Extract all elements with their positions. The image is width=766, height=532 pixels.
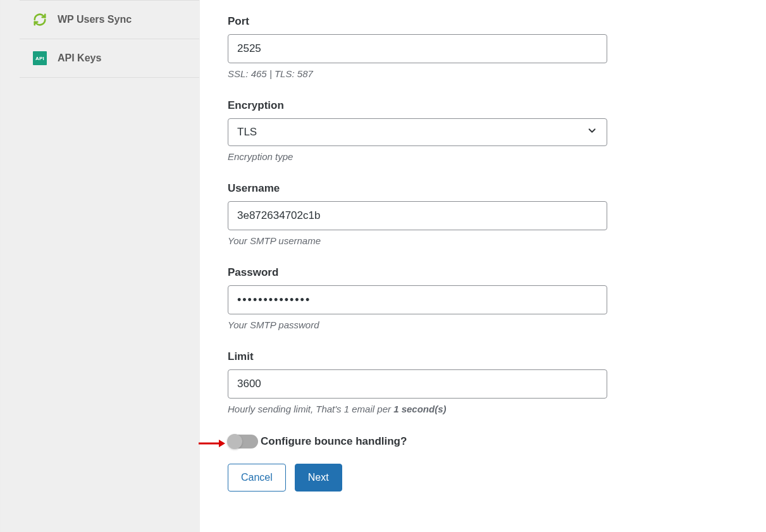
main-content: Port SSL: 465 | TLS: 587 Encryption TLS …: [199, 0, 766, 532]
red-arrow-icon: [197, 437, 225, 452]
form-group-limit: Limit Hourly sending limit, That's 1 ema…: [228, 350, 741, 414]
bounce-toggle[interactable]: [228, 435, 258, 448]
bounce-toggle-label: Configure bounce handling?: [261, 435, 407, 448]
chevron-down-icon: [586, 125, 598, 140]
port-help: SSL: 465 | TLS: 587: [228, 68, 741, 79]
bounce-toggle-row: Configure bounce handling?: [228, 435, 741, 448]
password-input[interactable]: ••••••••••••••: [228, 285, 607, 314]
sidebar-item-api-keys[interactable]: API API Keys: [20, 39, 199, 78]
sidebar-item-label: API Keys: [58, 53, 101, 64]
username-help: Your SMTP username: [228, 235, 741, 246]
form-group-username: Username Your SMTP username: [228, 182, 741, 246]
sidebar-item-label: WP Users Sync: [58, 14, 132, 25]
sidebar-item-wp-users-sync[interactable]: WP Users Sync: [20, 0, 199, 39]
cancel-button[interactable]: Cancel: [228, 464, 286, 492]
refresh-icon: [32, 12, 47, 27]
username-input[interactable]: [228, 201, 607, 230]
form-group-port: Port SSL: 465 | TLS: 587: [228, 15, 741, 79]
next-button[interactable]: Next: [295, 464, 342, 492]
password-help: Your SMTP password: [228, 319, 741, 330]
sidebar: WP Users Sync API API Keys: [0, 0, 199, 532]
form-group-password: Password •••••••••••••• Your SMTP passwo…: [228, 266, 741, 330]
button-row: Cancel Next: [228, 464, 741, 492]
port-input[interactable]: [228, 34, 607, 63]
encryption-label: Encryption: [228, 99, 741, 112]
form-group-encryption: Encryption TLS Encryption type: [228, 99, 741, 162]
svg-marker-1: [219, 440, 225, 447]
password-label: Password: [228, 266, 741, 279]
toggle-knob: [227, 434, 242, 449]
limit-input[interactable]: [228, 369, 607, 399]
api-icon: API: [32, 51, 47, 66]
username-label: Username: [228, 182, 741, 195]
limit-help: Hourly sending limit, That's 1 email per…: [228, 404, 741, 414]
port-label: Port: [228, 15, 741, 28]
encryption-help: Encryption type: [228, 151, 741, 162]
encryption-value: TLS: [237, 126, 257, 139]
limit-label: Limit: [228, 350, 741, 363]
encryption-select[interactable]: TLS: [228, 118, 607, 146]
